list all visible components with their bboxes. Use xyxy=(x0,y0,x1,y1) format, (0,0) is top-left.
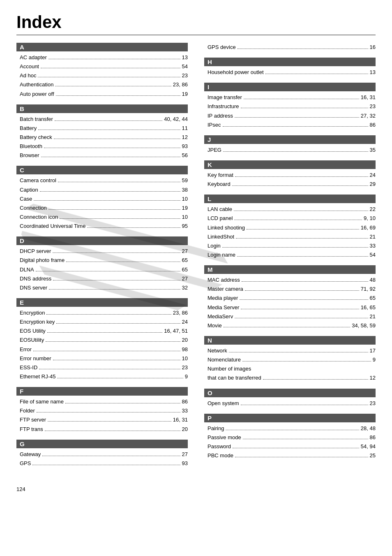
entry-label: FTP server xyxy=(20,416,46,424)
entry-dots xyxy=(56,323,180,324)
entry-label: Browser xyxy=(20,151,39,160)
entry-page: 24 xyxy=(370,171,376,179)
index-entry: Caption38 xyxy=(16,185,188,195)
entry-page: 12 xyxy=(370,374,376,382)
index-section: AAC adapter13Account54Ad hoc23Authentica… xyxy=(16,43,188,99)
entry-dots xyxy=(65,403,180,403)
entry-dots xyxy=(40,191,180,192)
entry-page: 12 xyxy=(182,133,188,141)
entry-label: JPEG xyxy=(208,146,221,154)
entry-label: MAC address xyxy=(208,276,240,284)
entry-label: Login name xyxy=(208,251,235,259)
entry-label: Key format xyxy=(208,171,233,179)
entry-label: Case xyxy=(20,195,32,203)
entry-label: PBC mode xyxy=(208,452,233,460)
index-entry: FTP server16, 31 xyxy=(16,415,188,424)
entry-label: EOS Utility xyxy=(20,327,46,335)
index-section: GPS device16 xyxy=(204,43,376,52)
index-section: OOpen system23 xyxy=(204,389,376,408)
section-header: L xyxy=(204,195,376,203)
entry-label: Ethernet RJ-45 xyxy=(20,373,55,381)
entry-dots xyxy=(226,430,359,430)
index-entry: EOSUtility20 xyxy=(16,336,188,345)
entry-dots xyxy=(265,74,368,74)
index-section: JJPEG35 xyxy=(204,135,376,155)
index-section: CCamera control59Caption38Case10Connecti… xyxy=(16,166,188,231)
index-entry: Media Server16, 65 xyxy=(204,303,376,312)
index-section: BBatch transfer40, 42, 44Battery11Batter… xyxy=(16,104,188,160)
index-entry: Key format24 xyxy=(204,171,376,180)
page-number: 124 xyxy=(16,486,376,492)
entry-label: Bluetooth xyxy=(20,142,42,151)
entry-page: 54 xyxy=(182,63,188,71)
section-header: C xyxy=(16,166,188,174)
entry-dots xyxy=(41,157,180,157)
entry-label: Account xyxy=(20,63,39,71)
entry-label: Login xyxy=(208,242,221,250)
section-header: B xyxy=(16,104,188,113)
entry-label: Movie xyxy=(208,322,222,330)
entry-page: 65 xyxy=(182,256,188,264)
index-entry: LinkedShot21 xyxy=(204,232,376,241)
index-section: LLAN cable22LCD panel9, 10Linked shootin… xyxy=(204,195,376,259)
index-entry: File of same name86 xyxy=(16,397,188,406)
entry-page: 24 xyxy=(182,318,188,326)
entry-label: Number of images xyxy=(208,365,251,373)
entry-page: 22 xyxy=(370,205,376,213)
entry-dots xyxy=(34,200,180,201)
entry-page: 19 xyxy=(182,204,188,212)
entry-page: 86 xyxy=(370,121,376,129)
left-column: AAC adapter13Account54Ad hoc23Authentica… xyxy=(16,43,188,474)
index-columns: AAC adapter13Account54Ad hoc23Authentica… xyxy=(16,43,376,474)
index-entry: Number of imagesthat can be transferred1… xyxy=(204,364,376,382)
entry-label: Connection xyxy=(20,204,47,212)
entry-page: 17 xyxy=(370,347,376,355)
entry-label: Digital photo frame xyxy=(20,256,65,264)
index-entry: Error98 xyxy=(16,345,188,354)
index-entry: Keyboard29 xyxy=(204,180,376,189)
entry-label: LCD panel xyxy=(208,214,233,222)
index-entry: ESS-ID23 xyxy=(16,363,188,372)
entry-label: Battery check xyxy=(20,133,52,141)
entry-dots xyxy=(234,220,362,220)
entry-dots xyxy=(42,456,180,456)
entry-page: 29 xyxy=(370,180,376,188)
entry-label: Caption xyxy=(20,186,38,194)
index-entry: GPS93 xyxy=(16,459,188,468)
entry-page: 16, 69 xyxy=(361,224,376,232)
index-entry: Media player65 xyxy=(204,294,376,303)
entry-dots xyxy=(235,117,359,118)
entry-page: 19 xyxy=(182,90,188,98)
entry-page: 9 xyxy=(373,356,376,364)
section-header: F xyxy=(16,387,188,396)
entry-label: IP address xyxy=(208,112,233,120)
index-entry: FTP trans20 xyxy=(16,425,188,434)
entry-dots xyxy=(222,247,368,248)
section-header: J xyxy=(204,135,376,144)
index-entry: Batch transfer40, 42, 44 xyxy=(16,115,188,124)
index-entry: Login33 xyxy=(204,241,376,250)
entry-dots xyxy=(32,465,180,465)
entry-label: Keyboard xyxy=(208,180,231,188)
entry-dots xyxy=(46,314,171,315)
section-header: G xyxy=(16,440,188,448)
entry-label: Connection icon xyxy=(20,213,58,221)
section-header: E xyxy=(16,298,188,307)
entry-label: MediaServ xyxy=(208,313,233,321)
entry-dots xyxy=(44,148,180,148)
entry-dots xyxy=(53,360,180,360)
entry-page: 33 xyxy=(370,242,376,250)
entry-page: 65 xyxy=(370,294,376,302)
entry-page: 16, 65 xyxy=(361,303,376,312)
section-header: O xyxy=(204,389,376,397)
index-entry: Battery check12 xyxy=(16,133,188,142)
entry-label: Pairing xyxy=(208,424,224,433)
index-entry: IPsec86 xyxy=(204,120,376,130)
entry-dots xyxy=(245,290,359,291)
entry-dots xyxy=(46,341,180,342)
entry-label: Network xyxy=(208,347,227,355)
index-entry: Folder33 xyxy=(16,406,188,415)
entry-page: 13 xyxy=(182,53,188,62)
entry-page: 27, 32 xyxy=(361,112,376,120)
entry-page: 13 xyxy=(370,68,376,76)
